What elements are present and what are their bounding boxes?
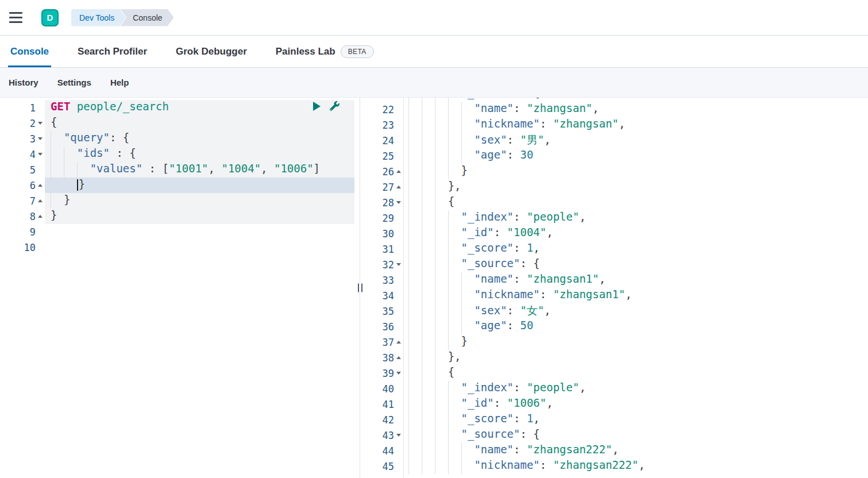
indent-guide: [422, 102, 435, 117]
pane-splitter[interactable]: [354, 98, 366, 478]
fold-marker-icon[interactable]: [394, 195, 403, 210]
code-token: "男": [520, 133, 544, 146]
line-number: 29: [383, 213, 394, 224]
indent-guide: [422, 226, 435, 241]
line-number: 28: [383, 197, 394, 209]
send-request-button[interactable]: [313, 102, 321, 111]
code-token: "values": [90, 162, 143, 175]
response-gutter: 2122232425262728293031323334353637383940…: [366, 98, 404, 478]
fold-marker-icon[interactable]: [36, 131, 45, 147]
line-number: 1: [30, 102, 36, 114]
tab-search-profiler-label: Search Profiler: [78, 46, 147, 57]
fold-marker-icon[interactable]: [394, 427, 403, 443]
line-number: 42: [383, 414, 394, 426]
code-token: ,: [579, 210, 585, 223]
tab-painless-lab[interactable]: Painless Lab BETA: [273, 36, 376, 67]
menu-toggle-button[interactable]: [9, 8, 29, 28]
fold-marker-icon[interactable]: [394, 365, 403, 381]
fold-spacer: [394, 303, 403, 319]
gutter-line: 2: [0, 115, 45, 131]
code-token: ,: [592, 102, 599, 114]
app-topbar: D Dev Tools Console: [0, 0, 868, 36]
fold-marker-icon[interactable]: [394, 164, 403, 179]
indent-guide: [422, 396, 435, 412]
fold-marker-icon[interactable]: [394, 98, 403, 102]
indent-guide: [422, 164, 435, 179]
indent-guide: [435, 241, 448, 257]
line-number: 34: [383, 290, 394, 302]
indent-guide: [408, 365, 422, 381]
code-token: 30: [520, 148, 533, 161]
fold-spacer: [394, 288, 403, 303]
code-token: ,: [544, 304, 550, 317]
line-number: 32: [383, 259, 394, 271]
indent-guide: [448, 319, 461, 334]
indent-guide: [422, 303, 435, 319]
fold-marker-icon[interactable]: [394, 179, 403, 195]
line-number: 40: [383, 383, 394, 395]
response-pane[interactable]: 2122232425262728293031323334353637383940…: [366, 98, 868, 478]
gutter-line: 42: [366, 412, 403, 427]
code-token: 1: [527, 241, 533, 254]
code-token: : {: [520, 98, 539, 99]
request-editor-pane[interactable]: 12345678910 GET people/_search{"query": …: [0, 98, 354, 478]
indent-guide: [435, 133, 448, 148]
code-line: "_index": "people",: [408, 381, 868, 396]
code-line: "age": 50: [408, 319, 868, 334]
code-token: ,: [599, 272, 605, 285]
breadcrumb-dev-tools[interactable]: Dev Tools: [71, 9, 126, 26]
gutter-line: 28: [366, 195, 403, 210]
code-token: "people": [527, 210, 580, 223]
fold-marker-icon[interactable]: [36, 209, 45, 224]
menu-item-history[interactable]: History: [9, 78, 38, 87]
indent-guide: [448, 226, 461, 241]
fold-marker-icon[interactable]: [36, 147, 45, 162]
fold-marker-icon[interactable]: [36, 193, 45, 209]
indent-guide: [422, 179, 435, 195]
tab-grok-debugger[interactable]: Grok Debugger: [173, 36, 249, 67]
fold-spacer: [394, 210, 403, 226]
indent-guide: [448, 272, 461, 288]
splitter-handle-icon[interactable]: [358, 284, 362, 292]
fold-marker-icon[interactable]: [36, 178, 45, 193]
fold-spacer: [394, 319, 403, 334]
gutter-line: 35: [366, 303, 403, 319]
code-token: ,: [626, 288, 632, 300]
code-line: }: [45, 178, 354, 193]
fold-spacer: [394, 381, 403, 396]
fold-spacer: [394, 133, 403, 148]
fold-marker-icon[interactable]: [394, 257, 403, 272]
indent-guide: [435, 443, 448, 458]
menu-item-help[interactable]: Help: [110, 78, 129, 87]
code-token: "女": [520, 304, 544, 317]
request-options-button[interactable]: [330, 101, 340, 111]
fold-marker-icon[interactable]: [394, 350, 403, 365]
code-token: : {: [520, 427, 539, 440]
tab-console[interactable]: Console: [8, 36, 51, 67]
indent-guide: [408, 117, 422, 133]
indent-guide: [461, 133, 474, 148]
indent-guide: [435, 427, 448, 443]
fold-marker-icon[interactable]: [36, 115, 45, 131]
code-line: }: [408, 334, 868, 350]
indent-guide: [422, 117, 435, 133]
fold-marker-icon[interactable]: [394, 334, 403, 350]
indent-guide: [435, 102, 448, 117]
request-content[interactable]: GET people/_search{"query": {"ids" : {"v…: [45, 98, 354, 478]
code-token: "sex": [474, 304, 507, 317]
indent-guide: [77, 162, 90, 178]
tab-search-profiler[interactable]: Search Profiler: [75, 36, 149, 67]
code-token: "age": [474, 148, 507, 161]
space-avatar[interactable]: D: [41, 9, 59, 26]
line-number: 3: [30, 133, 36, 145]
code-line: {: [45, 115, 354, 131]
indent-guide: [448, 412, 461, 427]
code-token: ,: [533, 241, 539, 254]
indent-guide: [422, 381, 435, 396]
indent-guide: [461, 458, 474, 474]
menu-item-settings[interactable]: Settings: [57, 78, 91, 87]
code-token: {: [448, 195, 454, 207]
code-token: :: [507, 148, 520, 161]
indent-guide: [448, 164, 461, 179]
request-actions: [313, 101, 340, 111]
